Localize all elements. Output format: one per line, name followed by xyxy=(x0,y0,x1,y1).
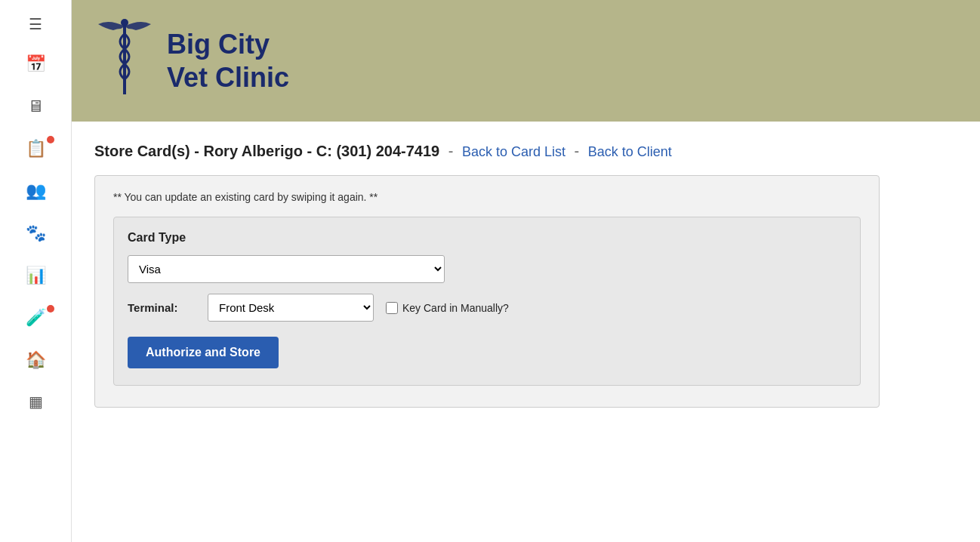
separator1: - xyxy=(448,143,458,159)
logo-icon xyxy=(94,15,155,106)
page-content: Store Card(s) - Rory Alberigo - C: (301)… xyxy=(72,122,980,542)
sidebar-item-calendar[interactable]: 📅 xyxy=(0,44,71,85)
card-form-box: ** You can update an existing card by sw… xyxy=(94,175,880,408)
home-icon: 🏠 xyxy=(26,350,46,370)
menu-icon[interactable]: ☰ xyxy=(0,6,71,42)
authorize-and-store-button[interactable]: Authorize and Store xyxy=(128,337,279,368)
header: Big City Vet Clinic xyxy=(72,0,980,122)
main-content: Big City Vet Clinic Store Card(s) - Rory… xyxy=(72,0,980,542)
sidebar: ☰ 📅 🖥 📋 👥 🐾 📊 🧪 🏠 ▦ xyxy=(0,0,72,542)
terminal-label: Terminal: xyxy=(128,301,196,314)
sidebar-item-lab[interactable]: 🧪 xyxy=(0,297,71,338)
sidebar-item-monitor[interactable]: 🖥 xyxy=(0,86,71,127)
clipboard-icon: 📋 xyxy=(26,139,46,159)
back-to-client-link[interactable]: Back to Client xyxy=(588,144,672,159)
sidebar-item-home[interactable]: 🏠 xyxy=(0,340,71,380)
key-card-manually-row: Key Card in Manually? xyxy=(386,302,509,314)
paw-icon: 🐾 xyxy=(26,223,46,243)
page-title: Store Card(s) - Rory Alberigo - C: (301)… xyxy=(94,143,957,160)
chart-icon: 📊 xyxy=(26,266,46,285)
title-prefix: Store Card(s) - Rory Alberigo - C: (301)… xyxy=(94,143,439,159)
sidebar-item-clipboard[interactable]: 📋 xyxy=(0,128,71,169)
separator2: - xyxy=(575,143,584,159)
monitor-icon: 🖥 xyxy=(27,97,44,116)
clipboard-badge xyxy=(47,136,54,143)
info-text: ** You can update an existing card by sw… xyxy=(113,191,861,203)
sidebar-item-pets[interactable]: 🐾 xyxy=(0,213,71,254)
logo-area: Big City Vet Clinic xyxy=(94,15,289,106)
sidebar-item-clients[interactable]: 👥 xyxy=(0,171,71,211)
card-type-row: Visa Mastercard Discover American Expres… xyxy=(128,255,846,283)
svg-point-1 xyxy=(121,19,128,26)
key-card-manually-checkbox[interactable] xyxy=(386,302,398,314)
logo-text: Big City Vet Clinic xyxy=(167,28,289,93)
calendar-icon: 📅 xyxy=(26,54,46,74)
key-card-manually-label[interactable]: Key Card in Manually? xyxy=(402,302,509,314)
form-inner: Card Type Visa Mastercard Discover Ameri… xyxy=(113,217,861,386)
card-type-section-title: Card Type xyxy=(128,231,846,245)
sidebar-item-barcode[interactable]: ▦ xyxy=(0,382,71,421)
clients-icon: 👥 xyxy=(26,181,46,201)
flask-icon: 🧪 xyxy=(26,308,46,328)
terminal-select[interactable]: Front Desk Exam Room 1 Exam Room 2 xyxy=(208,294,374,322)
card-type-select[interactable]: Visa Mastercard Discover American Expres… xyxy=(128,255,445,283)
terminal-row: Terminal: Front Desk Exam Room 1 Exam Ro… xyxy=(128,294,846,322)
back-to-card-list-link[interactable]: Back to Card List xyxy=(462,144,566,159)
barcode-icon: ▦ xyxy=(29,393,43,411)
sidebar-item-reports[interactable]: 📊 xyxy=(0,255,71,296)
lab-badge xyxy=(47,305,54,313)
